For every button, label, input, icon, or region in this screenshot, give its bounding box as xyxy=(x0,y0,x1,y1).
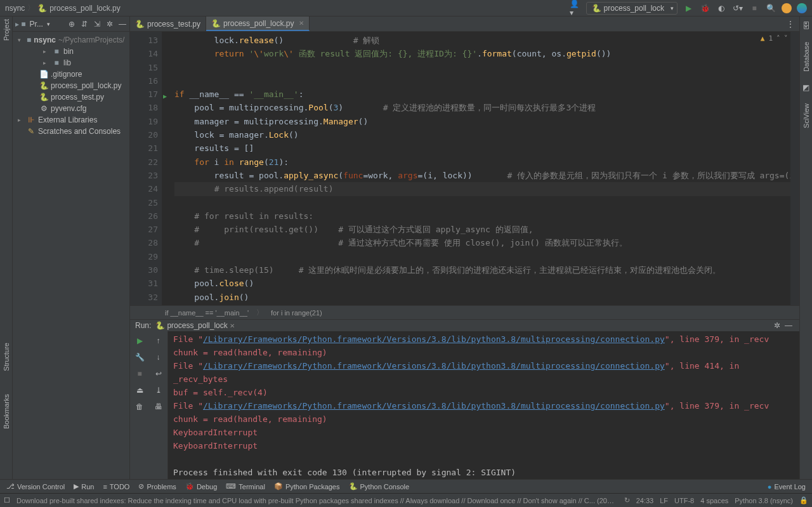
editor-breadcrumb: if __name__ == '__main__' 〉 for i in ran… xyxy=(130,305,799,319)
tree-file[interactable]: ⚙ pyvenv.cfg xyxy=(13,103,129,114)
ide-icon[interactable] xyxy=(797,3,807,13)
run-config-label: process_poll_lock xyxy=(604,4,664,13)
sync-icon[interactable]: ↻ xyxy=(624,496,630,504)
run-panel-header: Run: 🐍 process_poll_lock ✕ ✲ — xyxy=(130,320,799,331)
stop-icon[interactable]: ■ xyxy=(134,368,145,379)
next-highlight-icon[interactable]: ˅ xyxy=(784,34,788,43)
file-encoding[interactable]: UTF-8 xyxy=(674,497,694,504)
event-dot-icon: ● xyxy=(768,483,772,491)
soft-wrap-icon[interactable]: ↩ xyxy=(153,368,164,379)
python-file-icon: 🐍 xyxy=(37,4,47,13)
hide-icon[interactable]: — xyxy=(118,20,127,29)
indent-style[interactable]: 4 spaces xyxy=(700,497,728,504)
database-tool-icon[interactable]: 🗄 xyxy=(802,22,810,30)
structure-tool-label[interactable]: Structure xyxy=(3,343,10,371)
python-icon: 🐍 xyxy=(592,4,601,13)
bookmarks-tool-label[interactable]: Bookmarks xyxy=(3,394,10,429)
terminal-tool[interactable]: ⌨Terminal xyxy=(226,482,265,491)
run-tool[interactable]: ▶Run xyxy=(74,482,94,491)
gear-icon[interactable]: ✲ xyxy=(771,320,783,331)
target-icon[interactable]: ⊕ xyxy=(67,20,76,29)
project-panel-title: Pr... xyxy=(30,20,43,29)
scroll-end-icon[interactable]: ⤓ xyxy=(153,385,164,396)
editor-body[interactable]: 13141516▶1718192021222324252627282930313… xyxy=(130,32,799,305)
line-ending[interactable]: LF xyxy=(660,497,668,504)
user-icon[interactable]: 👤▾ xyxy=(570,3,581,14)
folder-icon: ■ xyxy=(52,47,61,56)
breadcrumb-scope[interactable]: if __name__ == '__main__' xyxy=(165,309,249,317)
chevron-down-icon[interactable]: ▾ xyxy=(47,21,50,27)
inspection-widget[interactable]: ▲ 1 ˄ ˅ xyxy=(761,34,788,43)
debug-icon[interactable]: 🐞 xyxy=(699,3,710,14)
breadcrumb: nsync 〉 🐍 process_poll_lock.py xyxy=(5,3,121,13)
tab-process-test[interactable]: 🐍 process_test.py xyxy=(130,16,206,31)
project-tree[interactable]: ▾ ■ nsync ~/PycharmProjects/ ▸■ bin ▸■ l… xyxy=(13,32,129,140)
external-libraries[interactable]: ▸⊪ External Libraries xyxy=(13,114,129,126)
exit-icon[interactable]: ⏏ xyxy=(134,385,145,396)
database-tool-label[interactable]: Database xyxy=(802,42,810,72)
pyconsole-tool[interactable]: 🐍Python Console xyxy=(349,482,410,491)
collapse-icon[interactable]: ⇲ xyxy=(93,20,102,29)
coverage-icon[interactable]: ◐ xyxy=(716,3,727,14)
sciview-tool-icon[interactable]: ◩ xyxy=(802,83,809,92)
search-icon[interactable]: 🔍 xyxy=(765,3,776,14)
tree-file[interactable]: 🐍 process_test.py xyxy=(13,91,129,103)
up-icon[interactable]: ↑ xyxy=(153,335,164,346)
editor-area: 🐍 process_test.py 🐍 process_poll_lock.py… xyxy=(130,16,799,319)
run-panel: Run: 🐍 process_poll_lock ✕ ✲ — ▶ 🔧 ■ ⏏ 🗑… xyxy=(130,319,799,479)
console-icon: 🐍 xyxy=(349,482,358,491)
editor-tabs: 🐍 process_test.py 🐍 process_poll_lock.py… xyxy=(130,16,799,32)
breadcrumb-sep: 〉 xyxy=(27,3,35,13)
code-content[interactable]: lock.release() # 解锁 return '\'work\' 函数 … xyxy=(162,32,790,305)
folder-icon: ■ xyxy=(27,36,31,44)
tree-file[interactable]: 📄 .gitignore xyxy=(13,69,129,80)
close-icon[interactable]: ✕ xyxy=(299,20,304,27)
scratches-consoles[interactable]: ✎ Scratches and Consoles xyxy=(13,126,129,137)
tree-file[interactable]: 🐍 process_poll_lock.py xyxy=(13,80,129,91)
pypackages-tool[interactable]: 📦Python Packages xyxy=(274,482,340,491)
tree-folder[interactable]: ▸■ bin xyxy=(13,46,129,57)
gear-icon[interactable]: ✲ xyxy=(105,20,114,29)
lock-icon[interactable]: 🔒 xyxy=(799,496,808,504)
wrench-icon[interactable]: 🔧 xyxy=(134,352,145,363)
status-square-icon[interactable]: ☐ xyxy=(4,496,10,504)
breadcrumb-scope[interactable]: for i in range(21) xyxy=(271,309,322,317)
python-interpreter[interactable]: Python 3.8 (nsync) xyxy=(735,497,793,504)
tree-folder[interactable]: ▸■ lib xyxy=(13,57,129,69)
profile-icon[interactable]: ↺▾ xyxy=(732,3,743,14)
stop-icon[interactable]: ■ xyxy=(749,3,760,14)
tab-overflow[interactable]: ⋮ xyxy=(782,16,799,31)
root-name: nsync xyxy=(34,36,56,44)
warning-icon: ▲ xyxy=(761,34,765,43)
avatar[interactable] xyxy=(782,3,792,13)
rerun-icon[interactable]: ▶ xyxy=(134,335,145,346)
project-tool-label[interactable]: Project xyxy=(3,19,10,41)
prev-highlight-icon[interactable]: ˄ xyxy=(776,34,780,43)
problems-tool[interactable]: ⊘Problems xyxy=(138,482,176,491)
project-panel-header: ▸ ■ Pr... ▾ ⊕ ⇵ ⇲ ✲ — xyxy=(13,16,129,32)
console-output[interactable]: File "/Library/Frameworks/Python.framewo… xyxy=(168,331,799,480)
sciview-tool-label[interactable]: SciView xyxy=(802,103,810,128)
run-icon[interactable]: ▶ xyxy=(683,3,694,14)
tab-process-poll-lock[interactable]: 🐍 process_poll_lock.py ✕ xyxy=(206,16,310,31)
down-icon[interactable]: ↓ xyxy=(153,352,164,363)
status-message[interactable]: Download pre-built shared indexes: Reduc… xyxy=(16,497,618,504)
todo-tool[interactable]: ≡TODO xyxy=(103,483,129,491)
caret-position[interactable]: 24:33 xyxy=(636,497,654,504)
breadcrumb-part[interactable]: process_poll_lock.py xyxy=(49,4,120,13)
python-file-icon: 🐍 xyxy=(39,93,48,102)
expand-icon[interactable]: ⇵ xyxy=(80,20,89,29)
run-config-select[interactable]: 🐍 process_poll_lock xyxy=(586,2,678,15)
breadcrumb-part[interactable]: nsync xyxy=(5,4,25,13)
close-icon[interactable]: ✕ xyxy=(230,322,235,329)
editor-scrollbar[interactable] xyxy=(790,32,799,305)
trash-icon[interactable]: 🗑 xyxy=(134,401,145,412)
event-log-tool[interactable]: ●Event Log xyxy=(768,483,806,491)
python-file-icon: 🐍 xyxy=(211,19,221,28)
hide-icon[interactable]: — xyxy=(783,320,794,331)
tree-root[interactable]: ▾ ■ nsync ~/PycharmProjects/ xyxy=(13,34,129,46)
debug-tool[interactable]: 🐞Debug xyxy=(185,482,217,491)
vcs-tool[interactable]: ⎇Version Control xyxy=(6,482,65,491)
line-gutter[interactable]: 13141516▶1718192021222324252627282930313… xyxy=(130,32,162,305)
print-icon[interactable]: 🖶 xyxy=(153,401,164,412)
